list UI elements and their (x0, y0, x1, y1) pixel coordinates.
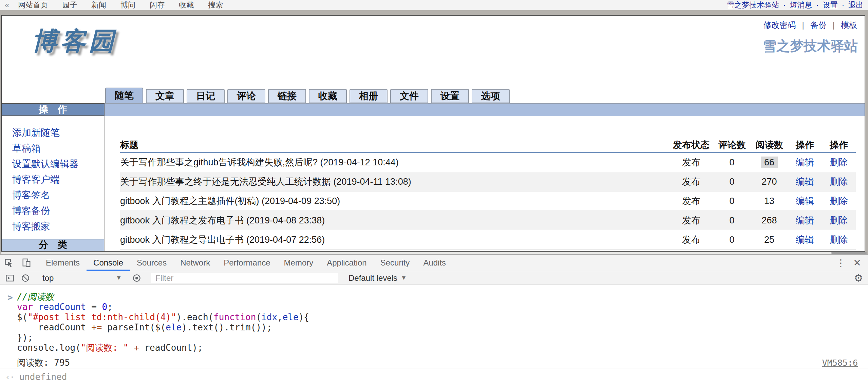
console-sidebar-icon[interactable] (2, 273, 18, 283)
topbar-nav-link[interactable]: 园子 (62, 0, 77, 10)
devtools-tab-application[interactable]: Application (320, 255, 373, 271)
topbar-nav-link[interactable]: 闪存 (150, 0, 165, 10)
separator-dot: · (783, 1, 786, 10)
code-token (33, 302, 38, 312)
topbar-user-link[interactable]: 退出 (848, 0, 863, 10)
post-status: 发布 (669, 195, 713, 207)
console-input-code[interactable]: //阅读数var readCount = 0;$("#post_list td:… (0, 285, 868, 353)
sidebar-link[interactable]: 博客客户端 (12, 172, 104, 187)
edit-link[interactable]: 编辑 (796, 157, 814, 167)
clear-console-icon[interactable] (18, 273, 33, 283)
topbar-user-link[interactable]: 雪之梦技术驿站 (727, 0, 779, 10)
delete-cell: 删除 (822, 176, 856, 188)
close-devtools-icon[interactable]: × (849, 256, 865, 270)
devtools-tab-elements[interactable]: Elements (39, 255, 87, 271)
cnblogs-logo[interactable]: 博客园 (32, 24, 117, 58)
read-count: 270 (751, 177, 788, 187)
horizontal-scrollbar[interactable] (1, 252, 865, 254)
devtools-tab-performance[interactable]: Performance (217, 255, 277, 271)
topbar-nav-link[interactable]: 收藏 (179, 0, 194, 10)
console-settings-gear-icon[interactable]: ⚙ (849, 272, 868, 284)
return-value-arrow-icon: ‹· (5, 373, 15, 381)
blog-title: 雪之梦技术驿站 (763, 37, 858, 55)
blog-tab[interactable]: 设置 (431, 89, 469, 103)
sidebar-link[interactable]: 草稿箱 (12, 141, 104, 156)
post-table-body: 关于写作那些事之github告诉我构建失败,然后呢? (2019-04-12 1… (120, 153, 856, 250)
admin-link[interactable]: 模板 (841, 20, 857, 31)
topbar-nav-link[interactable]: 博问 (120, 0, 135, 10)
log-levels-select[interactable]: Default levels ▼ (348, 273, 407, 283)
delete-link[interactable]: 删除 (830, 177, 848, 187)
blog-tab[interactable]: 收藏 (309, 89, 347, 103)
devtools-tab-console[interactable]: Console (87, 255, 130, 271)
post-list-area: 标题发布状态评论数阅读数操作操作 关于写作那些事之github告诉我构建失败,然… (105, 116, 865, 251)
execution-context-select[interactable]: top ▼ (37, 273, 125, 283)
delete-link[interactable]: 删除 (830, 196, 848, 206)
devtools-tab-sources[interactable]: Sources (130, 255, 173, 271)
device-toolbar-icon[interactable] (18, 255, 35, 271)
topbar-nav-link[interactable]: 网站首页 (18, 0, 48, 10)
sidebar-link[interactable]: 博客搬家 (12, 219, 104, 234)
topbar-user-link[interactable]: 短消息 (790, 0, 812, 10)
live-expression-eye-icon[interactable] (129, 273, 145, 283)
collapse-icon[interactable]: « (5, 0, 9, 10)
code-token: += (91, 322, 102, 332)
topbar-nav-link[interactable]: 新闻 (91, 0, 106, 10)
devtools-tab-memory[interactable]: Memory (277, 255, 320, 271)
post-status: 发布 (669, 234, 713, 246)
sidebar-link[interactable]: 添加新随笔 (12, 125, 104, 141)
edit-cell: 编辑 (788, 176, 822, 188)
devtools-tabbar-right: ⋮ × (829, 255, 868, 271)
sidebar-link[interactable]: 设置默认编辑器 (12, 156, 104, 172)
edit-link[interactable]: 编辑 (796, 215, 814, 225)
delete-link[interactable]: 删除 (830, 157, 848, 167)
blog-tab[interactable]: 评论 (227, 89, 265, 103)
scrollbar-thumb[interactable] (831, 252, 867, 254)
edit-link[interactable]: 编辑 (796, 177, 814, 187)
blog-tab[interactable]: 选项 (472, 89, 510, 103)
chevron-down-icon: ▼ (401, 274, 407, 281)
blog-tab[interactable]: 文件 (390, 89, 428, 103)
blog-tab[interactable]: 随笔 (105, 88, 143, 103)
levels-label: Default levels (348, 273, 397, 283)
admin-link[interactable]: 备份 (810, 20, 827, 31)
band-bar (105, 103, 865, 116)
edit-cell: 编辑 (788, 195, 822, 207)
code-token: ; (107, 302, 113, 312)
edit-link[interactable]: 编辑 (796, 235, 814, 245)
delete-link[interactable]: 删除 (830, 215, 848, 225)
edit-link[interactable]: 编辑 (796, 196, 814, 206)
code-token: //阅读数 (17, 292, 54, 302)
separator-dot: · (816, 1, 818, 10)
inspect-element-icon[interactable] (0, 255, 18, 271)
topbar-nav-link[interactable]: 搜索 (208, 0, 223, 10)
blog-tabstrip: 随笔文章日记评论链接收藏相册文件设置选项 (105, 88, 510, 103)
console-source-link[interactable]: VM585:6 (822, 358, 858, 368)
delete-link[interactable]: 删除 (830, 235, 848, 245)
delete-cell: 删除 (822, 234, 856, 246)
devtools-tab-network[interactable]: Network (173, 255, 217, 271)
sidebar-link[interactable]: 博客备份 (12, 203, 104, 219)
read-count: 25 (751, 235, 788, 245)
devtools-tab-security[interactable]: Security (374, 255, 417, 271)
sidebar-link[interactable]: 博客签名 (12, 187, 104, 203)
read-count-value: 66 (761, 157, 778, 168)
code-token: $( (17, 312, 27, 322)
comment-count: 0 (713, 215, 751, 226)
column-header: 操作 (788, 139, 822, 151)
code-line: //阅读数 (17, 292, 868, 302)
blog-tab[interactable]: 链接 (268, 89, 306, 103)
topbar-nav: 网站首页园子新闻博问闪存收藏搜索 (18, 0, 223, 10)
site-topbar: « 网站首页园子新闻博问闪存收藏搜索 雪之梦技术驿站·短消息·设置·退出 (0, 0, 868, 10)
blog-tab[interactable]: 相册 (350, 89, 388, 103)
topbar-user-link[interactable]: 设置 (823, 0, 838, 10)
console-prompt-chevron: > (7, 292, 13, 303)
devtools-tab-audits[interactable]: Audits (416, 255, 453, 271)
console-filter-input[interactable] (151, 273, 338, 283)
blog-tab[interactable]: 日记 (187, 89, 225, 103)
blog-tab[interactable]: 文章 (146, 89, 184, 103)
post-row: gitbook 入门教程之主题插件(初稿) (2019-04-09 23:50)… (120, 192, 856, 211)
more-options-icon[interactable]: ⋮ (833, 257, 849, 269)
admin-link[interactable]: 修改密码 (763, 20, 796, 31)
code-token: console.log( (17, 343, 81, 353)
